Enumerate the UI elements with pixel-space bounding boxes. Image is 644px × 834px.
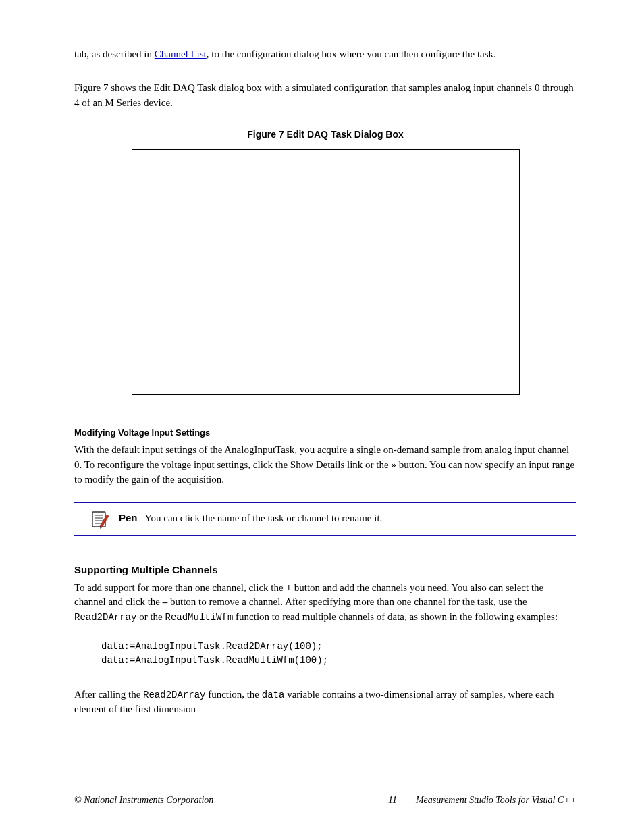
intro-paragraph-1: tab, as described in Channel List, to th… bbox=[74, 47, 576, 62]
footer-page-number: 11 bbox=[388, 795, 397, 806]
intro-paragraph-2: Figure 7 shows the Edit DAQ Task dialog … bbox=[74, 81, 576, 111]
figure-placeholder bbox=[132, 149, 520, 395]
figure-caption-label: Modifying Voltage Input Settings bbox=[74, 427, 576, 438]
footer-copyright: © National Instruments Corporation bbox=[74, 795, 213, 806]
intro-prefix: tab, as described in bbox=[74, 49, 155, 59]
section-heading: Supporting Multiple Channels bbox=[74, 564, 576, 575]
figure-caption-text: With the default input settings of the A… bbox=[74, 443, 576, 487]
callout-text: You can click the name of the task or ch… bbox=[144, 513, 382, 523]
intro-suffix: , to the configuration dialog box where … bbox=[207, 49, 496, 59]
code-sample: data:=AnalogInputTask.Read2DArray(100); … bbox=[101, 640, 576, 669]
page-footer: © National Instruments Corporation 11 Me… bbox=[74, 795, 576, 806]
notepad-icon bbox=[90, 509, 109, 529]
section-para-1: To add support for more than one channel… bbox=[74, 581, 576, 625]
channel-list-link[interactable]: Channel List bbox=[155, 49, 207, 59]
pen-label: Pen bbox=[119, 512, 138, 523]
pen-callout: Pen You can click the name of the task o… bbox=[74, 502, 576, 536]
callout-body: Pen You can click the name of the task o… bbox=[119, 509, 382, 525]
figure-title: Figure 7 Edit DAQ Task Dialog Box bbox=[74, 129, 576, 140]
footer-doc-title: Measurement Studio Tools for Visual C++ bbox=[416, 795, 576, 806]
section-para-2: After calling the Read2DArray function, … bbox=[74, 687, 576, 717]
